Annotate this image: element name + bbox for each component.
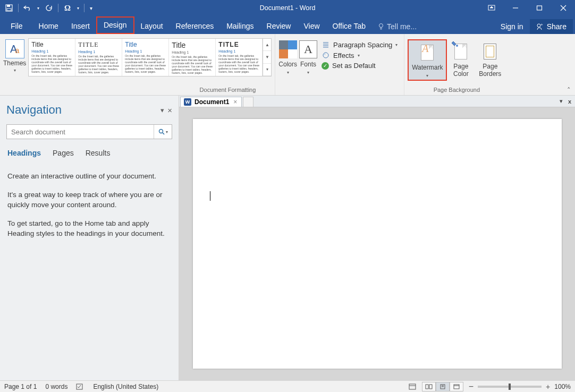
document-tab[interactable]: W Document1 × [180, 97, 242, 107]
chevron-down-icon: ▾ [358, 53, 360, 58]
chevron-down-icon: ▾ [395, 42, 398, 47]
svg-rect-2 [7, 8, 11, 11]
qat-customize-icon[interactable]: ▾ [88, 2, 94, 14]
group-label-document-formatting: Document Formatting [200, 86, 272, 94]
view-web-layout[interactable] [450, 382, 463, 391]
share-icon: + [536, 23, 544, 30]
tab-home[interactable]: Home [32, 19, 65, 34]
close-button[interactable] [551, 0, 575, 16]
word-icon: W [184, 98, 191, 106]
fonts-button[interactable]: A Fonts ▾ [299, 36, 317, 75]
style-thumb-1[interactable]: Title Heading 1 On the Insert tab, the g… [29, 39, 75, 76]
save-icon[interactable] [3, 2, 15, 14]
svg-rect-1 [7, 5, 10, 7]
gallery-scroll: ▲ ▼ ▾ [263, 39, 271, 76]
search-input[interactable] [7, 125, 154, 139]
gallery-scroll-up[interactable]: ▲ [263, 39, 271, 51]
navigation-pane: Navigation ▾ × ▾ Headings Pages Results … [0, 96, 179, 380]
page-canvas[interactable] [179, 107, 575, 380]
zoom-out-button[interactable]: − [469, 382, 473, 391]
tab-strip-dropdown[interactable]: ▾ [558, 98, 564, 105]
status-macro-icon[interactable] [408, 383, 417, 390]
paragraph-spacing-label: Paragraph Spacing [333, 41, 392, 49]
svg-point-18 [324, 54, 326, 55]
tell-me-label: Tell me... [387, 22, 417, 31]
symbol-omega-icon[interactable]: Ω [62, 2, 73, 14]
themes-label: Themes [3, 59, 26, 67]
status-words[interactable]: 0 words [45, 383, 67, 390]
undo-icon[interactable] [22, 2, 33, 14]
set-as-default-label: Set as Default [332, 62, 376, 70]
workspace: Navigation ▾ × ▾ Headings Pages Results … [0, 96, 575, 380]
tab-file[interactable]: File [2, 19, 32, 34]
collapse-ribbon-icon[interactable]: ˄ [567, 86, 571, 94]
tab-insert[interactable]: Insert [65, 19, 96, 34]
new-tab-button[interactable] [243, 97, 253, 107]
symbol-dropdown-icon[interactable]: ▾ [75, 2, 81, 14]
colors-button[interactable]: Colors ▾ [278, 36, 297, 75]
zoom-slider[interactable] [478, 386, 542, 388]
colors-icon [279, 40, 297, 58]
nav-tab-pages[interactable]: Pages [53, 149, 74, 157]
svg-rect-5 [537, 6, 542, 10]
status-page[interactable]: Page 1 of 1 [4, 383, 37, 390]
nav-tab-headings[interactable]: Headings [7, 149, 41, 157]
navigation-title: Navigation [6, 103, 62, 117]
navigation-menu-icon[interactable]: ▾ [160, 106, 164, 114]
tab-layout[interactable]: Layout [134, 19, 170, 34]
undo-dropdown-icon[interactable]: ▾ [36, 2, 41, 14]
watermark-button[interactable]: A Watermark ▾ [408, 39, 447, 81]
close-tab-icon[interactable]: × [232, 98, 238, 106]
style-thumb-4[interactable]: Title Heading 1 On the Insert tab, the g… [169, 39, 216, 76]
gallery-more[interactable]: ▾ [263, 64, 271, 76]
themes-button[interactable]: Aa Themes ▾ [3, 36, 26, 73]
search-button[interactable]: ▾ [154, 125, 172, 139]
checkmark-icon: ✓ [322, 62, 329, 70]
page-color-button[interactable]: Page Color [447, 39, 475, 81]
ribbon-display-options-icon[interactable] [479, 0, 503, 16]
tab-references[interactable]: References [170, 19, 221, 34]
document-page[interactable] [193, 119, 562, 369]
view-read-mode[interactable] [422, 382, 436, 391]
tell-me-search[interactable]: Tell me... [372, 19, 422, 34]
redo-icon[interactable] [43, 2, 55, 14]
tab-office-tab[interactable]: Office Tab [326, 19, 373, 34]
chevron-down-icon: ▾ [426, 72, 428, 80]
style-thumb-2[interactable]: TITLE Heading 1 On the Insert tab, the g… [75, 39, 122, 76]
tab-strip-close[interactable]: x [566, 98, 573, 105]
effects-label: Effects [333, 52, 354, 59]
svg-point-17 [323, 53, 328, 58]
lightbulb-icon [377, 23, 385, 30]
status-language[interactable]: English (United States) [93, 383, 158, 390]
effects-button[interactable]: Effects ▾ [322, 51, 398, 59]
svg-point-8 [379, 24, 383, 28]
tab-design[interactable]: Design [96, 16, 134, 34]
navigation-close-icon[interactable]: × [167, 106, 172, 115]
minimize-button[interactable] [503, 0, 527, 16]
maximize-button[interactable] [527, 0, 551, 16]
chevron-down-icon: ▾ [14, 68, 16, 73]
ribbon-tabs: File Home Insert Design Layout Reference… [0, 16, 575, 34]
search-document-field[interactable]: ▾ [6, 124, 172, 139]
document-tab-label: Document1 [195, 98, 229, 106]
zoom-level[interactable]: 100% [554, 383, 571, 390]
navigation-tabs: Headings Pages Results [6, 139, 172, 161]
sign-in-button[interactable]: Sign in [494, 19, 530, 34]
status-proofing-icon[interactable] [76, 383, 84, 390]
paragraph-spacing-button[interactable]: Paragraph Spacing ▾ [322, 40, 398, 49]
tab-mailings[interactable]: Mailings [220, 19, 260, 34]
zoom-in-button[interactable]: + [546, 382, 550, 391]
svg-rect-23 [409, 384, 416, 389]
style-thumb-3[interactable]: Title Heading 1 On the Insert tab, the g… [122, 39, 169, 76]
style-thumb-5[interactable]: TITLE Heading 1 On the Insert tab, the g… [216, 39, 263, 76]
nav-tab-results[interactable]: Results [86, 149, 111, 157]
style-set-gallery[interactable]: Title Heading 1 On the Insert tab, the g… [28, 38, 272, 76]
tab-review[interactable]: Review [260, 19, 298, 34]
text-cursor [210, 191, 210, 201]
page-borders-button[interactable]: Page Borders [475, 39, 505, 81]
set-as-default-button[interactable]: ✓ Set as Default [322, 62, 398, 70]
view-print-layout[interactable] [436, 382, 450, 391]
gallery-scroll-down[interactable]: ▼ [263, 51, 271, 63]
share-button[interactable]: + Share [530, 19, 573, 34]
tab-view[interactable]: View [297, 19, 326, 34]
